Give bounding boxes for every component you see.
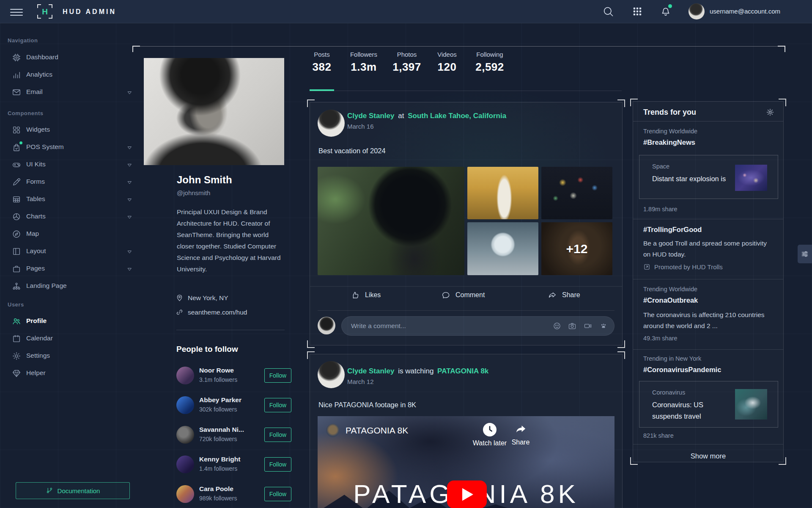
hamburger-icon[interactable] (10, 7, 23, 18)
stat-following[interactable]: Following2,592 (469, 51, 511, 74)
person-followers: 1.4m followers (199, 465, 237, 472)
share-button[interactable]: Share (548, 290, 580, 300)
app-logo[interactable]: H (37, 4, 52, 19)
channel-avatar[interactable] (326, 424, 340, 437)
trend-news-card[interactable]: Coronavirus Coronavirus: US suspends tra… (639, 381, 778, 428)
camera-icon[interactable] (568, 322, 576, 330)
follow-button[interactable]: Follow (264, 398, 291, 412)
chevron-down-icon (127, 214, 132, 220)
search-icon[interactable] (602, 6, 614, 17)
follow-button[interactable]: Follow (264, 457, 291, 472)
sidebar-item-widgets[interactable]: Widgets (0, 121, 142, 138)
post-photo-city[interactable] (541, 167, 612, 219)
pie-chart-icon (12, 212, 21, 221)
briefcase-icon (12, 264, 21, 273)
sidebar-item-map[interactable]: Map (0, 226, 142, 243)
video-camera-icon[interactable] (584, 322, 592, 330)
sidebar-item-pos-system[interactable]: POS System (0, 139, 142, 156)
post-target-link[interactable]: South Lake Tahoe, California (408, 112, 506, 120)
chevron-down-icon (127, 249, 132, 254)
sidebar-item-layout[interactable]: Layout (0, 243, 142, 260)
profile-website-row[interactable]: seantheme.com/hud (176, 308, 247, 316)
watch-later-button[interactable]: Watch later (466, 423, 513, 447)
person-name[interactable]: Abbey Parker (199, 396, 241, 404)
comment-button[interactable]: Comment (441, 290, 485, 300)
post-author-avatar[interactable] (318, 110, 345, 137)
post-card: Clyde Stanley is watching PATAGONIA 8k M… (310, 354, 623, 508)
post-author-link[interactable]: Clyde Stanley (347, 367, 395, 375)
follow-button[interactable]: Follow (264, 487, 291, 501)
video-title[interactable]: PATAGONIA 8K (346, 425, 408, 436)
thumbs-up-icon (351, 290, 360, 300)
post-author-avatar[interactable] (318, 361, 345, 388)
person-name[interactable]: Noor Rowe (199, 367, 234, 374)
post-photo-owl[interactable]: +12 (541, 222, 612, 275)
person-name[interactable]: Savannah Ni... (199, 426, 244, 433)
stat-posts[interactable]: Posts382 (308, 51, 336, 74)
trend-hashtag[interactable]: #TrollingForGood (643, 226, 702, 234)
person-name[interactable]: Cara Poole (199, 485, 233, 493)
person-followers: 989k followers (199, 495, 237, 502)
sidebar-item-landing-page[interactable]: Landing Page (0, 278, 142, 295)
trend-category: Coronavirus (652, 389, 685, 396)
person-name[interactable]: Kenny Bright (199, 456, 240, 463)
emoji-icon[interactable] (553, 322, 561, 330)
avatar (176, 456, 194, 473)
sidebar-item-settings[interactable]: Settings (0, 348, 142, 364)
sidebar-item-ui-kits[interactable]: UI Kits (0, 156, 142, 173)
theme-settings-tab[interactable] (798, 245, 812, 263)
username[interactable]: username@account.com (710, 8, 780, 15)
person-row: Kenny Bright 1.4m followers Follow (176, 455, 291, 477)
post-photo-forest[interactable] (318, 167, 464, 275)
sidebar-item-analytics[interactable]: Analytics (0, 66, 142, 83)
sidebar-item-calendar[interactable]: Calendar (0, 330, 142, 347)
content-frame-line (133, 46, 785, 47)
video-share-button[interactable]: Share (507, 423, 534, 446)
trends-header-divider (633, 121, 783, 121)
sidebar-item-dashboard[interactable]: Dashboard (0, 49, 142, 66)
promoted-label: Promoted by HUD Trolls (654, 263, 723, 271)
stat-videos[interactable]: Videos120 (431, 51, 464, 74)
frame-bracket-left (132, 46, 140, 52)
person-row: Abbey Parker 302k followers Follow (176, 395, 291, 417)
paw-icon[interactable] (599, 322, 608, 330)
user-avatar[interactable] (689, 3, 705, 19)
likes-button[interactable]: Likes (351, 290, 381, 300)
stat-photos[interactable]: Photos1,397 (389, 51, 425, 74)
profile-website[interactable]: seantheme.com/hud (188, 309, 247, 316)
documentation-button[interactable]: Documentation (16, 482, 130, 499)
post-target-link[interactable]: PATAGONIA 8k (437, 367, 488, 375)
show-more-button[interactable]: Show more (633, 449, 783, 462)
sidebar-item-tables[interactable]: Tables (0, 191, 142, 208)
post-author-link[interactable]: Clyde Stanley (347, 112, 395, 120)
follow-button[interactable]: Follow (264, 428, 291, 442)
profile-bio: Principal UXUI Design & Brand Architectu… (177, 206, 287, 275)
post-photo-sphere[interactable] (467, 222, 538, 275)
follow-button[interactable]: Follow (264, 368, 291, 383)
sidebar-item-profile[interactable]: Profile (0, 313, 142, 330)
brand-title: HUD ADMIN (63, 8, 116, 16)
bell-icon[interactable] (660, 5, 672, 17)
sidebar-item-charts[interactable]: Charts (0, 208, 142, 225)
trends-gear-icon[interactable] (766, 108, 774, 116)
trend-hashtag[interactable]: #CoronavirusPandemic (643, 366, 721, 374)
apps-grid-icon[interactable] (632, 6, 644, 18)
layout-icon (12, 247, 21, 256)
video-player[interactable]: PATAGONIA 8K PATAGONIA 8K Watch later Sh… (318, 416, 614, 508)
trend-scope: Trending Worldwide (643, 128, 697, 135)
trend-news-card[interactable]: Space Distant star explosion is (639, 155, 778, 199)
table-icon (12, 195, 21, 204)
sidebar-item-helper[interactable]: Helper (0, 365, 142, 382)
stat-followers[interactable]: Followers1.3m (342, 51, 386, 74)
sidebar-item-forms[interactable]: Forms (0, 174, 142, 190)
chevron-down-icon (127, 197, 132, 202)
sidebar-section-navigation: Navigation (8, 37, 38, 44)
trend-hashtag[interactable]: #BreakingNews (643, 138, 695, 146)
profile-location: New York, NY (188, 294, 228, 302)
youtube-play-button[interactable] (447, 480, 487, 508)
more-photos-badge[interactable]: +12 (541, 222, 612, 275)
sidebar-item-email[interactable]: Email (0, 84, 142, 101)
post-photo-field[interactable] (467, 167, 538, 219)
trend-hashtag[interactable]: #CronaOutbreak (643, 296, 698, 304)
sidebar-item-pages[interactable]: Pages (0, 260, 142, 277)
